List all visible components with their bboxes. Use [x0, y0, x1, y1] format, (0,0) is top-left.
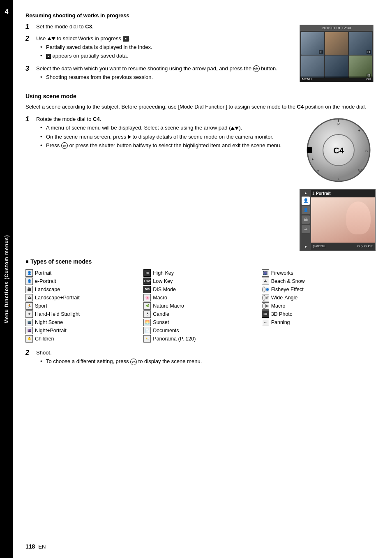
scene-sunset: 🌅 Sunset [143, 318, 259, 326]
step-num-3: 3 [25, 65, 35, 73]
portrait-scene-label: Portrait [316, 191, 331, 196]
macro2-icon: M [262, 302, 269, 310]
mode-dial-svg: C4 P ♦ S W ♪ ♦ ♦ [306, 117, 371, 183]
scene-nature-macro: 🌿 Nature Macro [143, 302, 259, 310]
index-screen-display: 2016.01.01 12:30 ⊡ ⊡ [300, 25, 374, 82]
scene-beach-snow: 🏖 Beach & Snow [262, 277, 378, 285]
wide-angle-label: Wide-Angle [271, 295, 298, 301]
thumb-1: ⊡ [301, 32, 324, 55]
sport-mode-icon: 🏃 [25, 302, 33, 310]
ok-icon-small: ok [61, 142, 68, 149]
arrow-right-icon [128, 135, 131, 139]
c4-ref: C4 [297, 104, 304, 110]
chapter-number: 4 [5, 8, 9, 16]
step-3: 3 Select the data with which you want to… [25, 65, 291, 83]
svg-text:C4: C4 [333, 146, 344, 155]
sport-mode-label: Sport [35, 303, 47, 309]
candle-label: Candle [153, 311, 169, 317]
portrait-ok-label: ⊙ ▷ ⊙ OK [357, 244, 373, 248]
night-portrait-label: Night+Portrait [35, 328, 67, 333]
thumbnail-grid: ⊡ ⊡ ⊡ [300, 31, 373, 79]
scene-wide-angle: W Wide-Angle [262, 294, 378, 302]
portrait-mode-icon: 👤 [25, 269, 33, 277]
step2-bullets: Partially saved data is displayed in the… [40, 44, 291, 60]
night-scene-icon: 🌃 [25, 319, 33, 326]
portrait-face-shape [346, 201, 371, 234]
scene-dis: DIS DIS Mode [143, 285, 259, 294]
scene-hand-held: ★ Hand-Held Starlight [25, 310, 141, 318]
en-label: EN [38, 544, 46, 550]
documents-label: Documents [153, 328, 179, 333]
landscape-mode-label: Landscape [35, 287, 60, 292]
scene-night-portrait: 🌆 Night+Portrait [25, 326, 141, 335]
sunset-label: Sunset [153, 320, 169, 325]
scene-low-key: LOW Low Key [143, 277, 259, 285]
landscape-mode-icon: 🏔 [25, 286, 33, 293]
bullet-item: ■ appears on partially saved data. [40, 52, 291, 60]
chapter-label: Menu functions (Custom menus) [4, 235, 9, 324]
scene-step-num-1: 1 [25, 115, 35, 124]
low-key-label: Low Key [153, 278, 173, 284]
shoot-bullets: To choose a different setting, press ok … [40, 358, 378, 365]
scene-col-1: 👤 Portrait 👤 e-Portrait 🏔 Landscape ⛰ La… [25, 269, 141, 343]
shoot-step-content: Shoot. To choose a different setting, pr… [36, 349, 378, 367]
mode-dial: C4 P ♦ S W ♪ ♦ ♦ [306, 117, 371, 183]
resuming-heading: Resuming shooting of works in progress [25, 12, 378, 19]
panorama-icon: ⛅ [143, 335, 151, 343]
high-key-label: High Key [153, 270, 174, 276]
shoot-label: Shoot. [36, 350, 52, 356]
wide-angle-icon: W [262, 294, 269, 301]
portrait-icon-2: 👤 [302, 206, 310, 214]
thumb-6: ⊡ [349, 56, 372, 78]
svg-text:♦: ♦ [317, 169, 319, 173]
macro2-label: Macro [271, 303, 286, 309]
svg-rect-3 [307, 147, 312, 153]
dial-and-screen: C4 P ♦ S W ♪ ♦ ♦ [300, 117, 378, 251]
fisheye-icon: 🔵 [262, 286, 269, 293]
3d-label: 3D Photo [271, 311, 293, 317]
high-key-icon: HI [143, 269, 151, 277]
thumb-4 [301, 56, 324, 78]
menu-btn-label: MENU [302, 77, 312, 81]
main-content: Resuming shooting of works in progress 1… [13, 0, 392, 558]
scene-landscape: 🏔 Landscape [25, 285, 141, 294]
partial-icon: ■ [46, 54, 51, 59]
scene-step-content-1: Rotate the mode dial to C4. A menu of sc… [36, 115, 291, 150]
scene-panning: ↔ Panning [262, 318, 378, 326]
arrow-down-icon [51, 37, 55, 40]
ok-button-icon: ok [253, 65, 260, 72]
scene-night: 🌃 Night Scene [25, 318, 141, 326]
nav-down-indicator: ▼ [300, 245, 311, 249]
beach-snow-icon: 🏖 [262, 278, 269, 285]
step-content-3: Select the data with which you want to r… [36, 65, 291, 83]
ok-icon-shoot: ok [130, 359, 137, 365]
fireworks-icon: 🎆 [262, 269, 269, 277]
side-tab: 4 Menu functions (Custom menus) [0, 0, 13, 558]
scene-high-key: HI High Key [143, 269, 259, 277]
scene-mode-heading: Using scene mode [25, 93, 378, 100]
macro-icon: 🌸 [143, 294, 151, 301]
dis-label: DIS Mode [153, 287, 176, 292]
page-footer: 118 EN [25, 543, 46, 550]
thumb-2 [325, 32, 348, 55]
scene-sport: 🏃 Sport [25, 302, 141, 310]
scene-step-1: 1 Rotate the mode dial to C4. A menu of … [25, 115, 291, 150]
portrait-menu-label: ▷MENU. [313, 244, 326, 248]
types-section: Types of scene modes 👤 Portrait 👤 e-Port… [25, 258, 378, 367]
portrait-mode-label: Portrait [35, 270, 51, 276]
3d-icon: 3D [262, 310, 269, 318]
panning-label: Panning [271, 320, 290, 325]
scene-landscape-portrait: ⛰ Landscape+Portrait [25, 294, 141, 302]
mode-dial-container: C4 P ♦ S W ♪ ♦ ♦ [300, 117, 378, 183]
svg-text:S: S [365, 149, 368, 153]
e-portrait-mode-label: e-Portrait [35, 278, 56, 284]
svg-text:♦: ♦ [312, 157, 314, 161]
night-scene-label: Night Scene [35, 320, 63, 325]
candle-icon: 🕯 [143, 310, 151, 318]
screen-footer: MENU OK [300, 76, 373, 82]
svg-text:♦: ♦ [358, 128, 360, 132]
svg-text:♪: ♪ [338, 177, 340, 181]
step-num-2: 2 [25, 35, 35, 43]
scene-macro2: M Macro [262, 302, 378, 310]
scene-portrait: 👤 Portrait [25, 269, 141, 277]
